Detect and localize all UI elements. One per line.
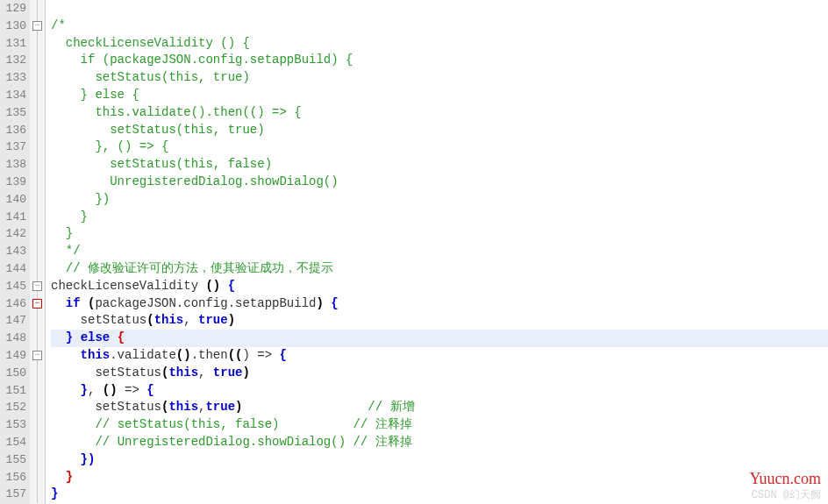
code-line[interactable]: setStatus(this, false) <box>51 156 828 174</box>
fold-toggle-icon[interactable]: − <box>32 351 42 360</box>
code-line[interactable]: */ <box>51 243 828 260</box>
line-number: 147 <box>0 312 26 330</box>
line-number: 142 <box>0 225 26 243</box>
line-number: 153 <box>0 416 26 434</box>
code-line[interactable]: if (packageJSON.config.setappBuild) { <box>51 295 828 313</box>
line-number: 141 <box>0 209 26 226</box>
line-number: 150 <box>0 365 26 382</box>
line-number: 129 <box>0 0 26 18</box>
code-line[interactable]: // 修改验证许可的方法，使其验证成功，不提示 <box>51 260 828 278</box>
code-editor[interactable]: 1291301311321331341351361371381391401411… <box>0 0 828 504</box>
line-number: 156 <box>0 469 26 486</box>
line-number: 144 <box>0 260 26 278</box>
code-line[interactable]: } <box>51 225 828 243</box>
code-line[interactable]: checkLicenseValidity () { <box>51 278 828 295</box>
code-line[interactable]: /* <box>51 18 828 35</box>
code-line[interactable]: } else { <box>51 87 828 104</box>
line-number: 137 <box>0 138 26 156</box>
code-line[interactable]: setStatus(this, true) <box>51 312 828 330</box>
line-number: 149 <box>0 347 26 365</box>
code-line[interactable]: }, () => { <box>51 382 828 400</box>
code-line[interactable]: this.validate().then(() => { <box>51 104 828 122</box>
watermark-author: CSDN @幻天阙 <box>752 487 821 502</box>
line-number: 138 <box>0 156 26 174</box>
code-line[interactable]: } <box>51 209 828 226</box>
fold-toggle-icon[interactable]: − <box>32 299 42 309</box>
line-number: 151 <box>0 382 26 400</box>
code-content[interactable]: /* checkLicenseValidity () { if (package… <box>46 0 828 504</box>
line-number: 152 <box>0 399 26 416</box>
line-number: 146 <box>0 295 26 313</box>
line-number: 157 <box>0 486 26 503</box>
code-line[interactable]: }, () => { <box>51 138 828 156</box>
code-line[interactable]: setStatus(this, true) <box>51 122 828 139</box>
line-number: 133 <box>0 69 26 87</box>
line-number: 131 <box>0 35 26 53</box>
line-number: 134 <box>0 87 26 104</box>
line-number: 130 <box>0 18 26 35</box>
line-number: 145 <box>0 278 26 295</box>
line-number: 155 <box>0 451 26 469</box>
line-number: 140 <box>0 191 26 209</box>
code-line[interactable]: } else { <box>51 330 828 347</box>
code-line[interactable]: } <box>51 469 828 486</box>
line-number: 132 <box>0 52 26 69</box>
line-number: 136 <box>0 122 26 139</box>
fold-margin[interactable]: −−−− <box>30 0 46 504</box>
watermark-site: Yuucn.com <box>750 470 821 488</box>
line-number: 154 <box>0 434 26 451</box>
code-line[interactable]: setStatus(this, true) <box>51 69 828 87</box>
code-line[interactable]: } <box>51 486 828 503</box>
line-number: 139 <box>0 174 26 191</box>
fold-toggle-icon[interactable]: − <box>32 281 42 291</box>
code-line[interactable]: // setStatus(this, false) // 注释掉 <box>51 416 828 434</box>
code-line[interactable]: this.validate().then(() => { <box>51 347 828 365</box>
code-line[interactable]: setStatus(this, true) <box>51 365 828 382</box>
line-number: 135 <box>0 104 26 122</box>
code-line[interactable]: if (packageJSON.config.setappBuild) { <box>51 52 828 69</box>
code-line[interactable]: }) <box>51 191 828 209</box>
line-number-gutter: 1291301311321331341351361371381391401411… <box>0 0 30 504</box>
code-line[interactable]: UnregisteredDialog.showDialog() <box>51 174 828 191</box>
code-line[interactable] <box>51 0 828 18</box>
code-line[interactable]: // UnregisteredDialog.showDialog() // 注释… <box>51 434 828 451</box>
code-line[interactable]: }) <box>51 451 828 469</box>
code-line[interactable]: setStatus(this,true) // 新增 <box>51 399 828 416</box>
code-line[interactable]: checkLicenseValidity () { <box>51 35 828 53</box>
line-number: 148 <box>0 330 26 347</box>
fold-toggle-icon[interactable]: − <box>32 21 42 31</box>
line-number: 143 <box>0 243 26 260</box>
